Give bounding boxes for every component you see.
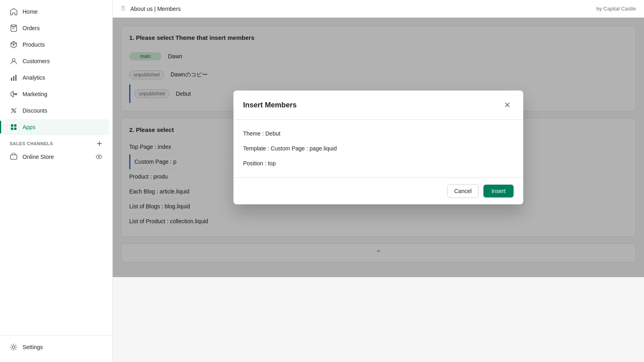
sidebar-item-analytics[interactable]: Analytics (3, 70, 109, 86)
svg-point-1 (12, 59, 15, 62)
sidebar-item-customers[interactable]: Customers (3, 53, 109, 69)
customers-icon (10, 57, 18, 65)
main-content: ⠿ About us | Members by Capital Castle 1… (113, 0, 644, 362)
online-store-left: Online Store (10, 153, 54, 161)
discounts-icon (10, 107, 18, 115)
svg-point-15 (12, 346, 15, 348)
modal-body: Theme : Debut Template : Custom Page : p… (233, 120, 523, 177)
svg-point-7 (14, 111, 16, 113)
modal-title: Insert Members (243, 101, 297, 109)
sidebar-item-products[interactable]: Products (3, 37, 109, 53)
top-bar: ⠿ About us | Members by Capital Castle (113, 0, 644, 18)
insert-button[interactable]: Insert (483, 185, 514, 197)
svg-point-14 (98, 156, 100, 158)
content-area: 1. Please select Theme that insert membe… (113, 18, 644, 277)
svg-rect-4 (15, 75, 17, 81)
svg-rect-11 (14, 128, 17, 130)
sales-channels-header: SALES CHANNELS (3, 136, 109, 148)
cancel-button[interactable]: Cancel (447, 184, 479, 198)
modal-theme-row: Theme : Debut (243, 130, 514, 138)
top-bar-left: ⠿ About us | Members (121, 5, 181, 12)
modal-position-row: Position : top (243, 159, 514, 168)
page-title: About us | Members (130, 6, 181, 12)
marketing-icon (10, 90, 18, 98)
close-icon[interactable]: ✕ (501, 99, 514, 111)
modal-template-row: Template : Custom Page : page.liquid (243, 144, 514, 153)
sidebar-item-settings[interactable]: Settings (3, 339, 109, 355)
apps-icon (10, 123, 18, 131)
modal-header: Insert Members ✕ (233, 90, 523, 120)
svg-point-6 (12, 109, 13, 110)
svg-rect-9 (14, 124, 17, 127)
svg-rect-8 (11, 124, 13, 127)
analytics-icon (10, 74, 18, 82)
by-label: by Capital Castle (597, 6, 636, 12)
add-sales-channel-button[interactable] (96, 140, 103, 147)
products-icon (10, 41, 18, 49)
sidebar-item-home[interactable]: Home (3, 4, 109, 20)
home-icon (10, 8, 18, 16)
sidebar-item-discounts[interactable]: Discounts (3, 103, 109, 119)
sidebar: Home Orders Products Customers (0, 0, 113, 362)
drag-handle-icon[interactable]: ⠿ (121, 5, 126, 12)
sidebar-item-online-store[interactable]: Online Store (3, 149, 109, 165)
online-store-icon (10, 153, 18, 161)
svg-rect-10 (11, 128, 13, 130)
svg-rect-3 (13, 76, 14, 81)
modal: Insert Members ✕ Theme : Debut Template … (233, 90, 523, 204)
sidebar-footer: Settings (0, 335, 112, 362)
sidebar-item-orders[interactable]: Orders (3, 20, 109, 36)
orders-icon (10, 24, 18, 32)
modal-overlay: Insert Members ✕ Theme : Debut Template … (113, 18, 644, 277)
sidebar-item-apps[interactable]: Apps (3, 119, 109, 135)
eye-icon[interactable] (95, 153, 103, 160)
settings-icon (10, 343, 18, 351)
modal-footer: Cancel Insert (233, 177, 523, 204)
sidebar-nav: Home Orders Products Customers (0, 0, 112, 335)
svg-rect-2 (11, 78, 12, 81)
sidebar-item-marketing[interactable]: Marketing (3, 86, 109, 102)
svg-rect-12 (10, 155, 17, 159)
